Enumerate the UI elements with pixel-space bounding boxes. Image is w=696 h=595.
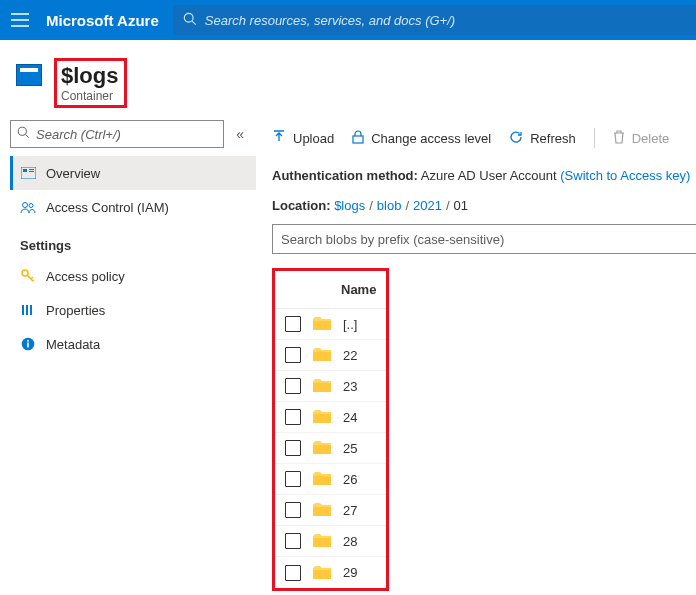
sidebar-item-label: Metadata: [46, 337, 100, 352]
breadcrumb-item[interactable]: $logs: [334, 198, 365, 213]
svg-point-0: [184, 13, 193, 22]
row-name: 27: [343, 503, 369, 518]
row-checkbox[interactable]: [285, 316, 301, 332]
table-row[interactable]: 28: [275, 526, 386, 557]
toolbar-divider: [594, 128, 595, 148]
row-name: 29: [343, 565, 369, 580]
svg-point-1: [18, 127, 26, 135]
toolbar-label: Refresh: [530, 131, 576, 146]
svg-point-6: [23, 202, 28, 207]
auth-method-row: Authentication method: Azure AD User Acc…: [272, 166, 696, 186]
breadcrumb-sep: /: [405, 198, 409, 213]
people-icon: [20, 201, 36, 214]
blob-search-input[interactable]: [281, 232, 688, 247]
row-name: 25: [343, 441, 369, 456]
breadcrumb-sep: /: [446, 198, 450, 213]
breadcrumb-item[interactable]: 2021: [413, 198, 442, 213]
toolbar-label: Delete: [632, 131, 670, 146]
folder-icon: [313, 472, 331, 486]
folder-icon: [313, 503, 331, 517]
page-subtitle: Container: [61, 89, 118, 103]
sidebar-item-access-policy[interactable]: Access policy: [10, 259, 256, 293]
toolbar-label: Change access level: [371, 131, 491, 146]
row-checkbox[interactable]: [285, 533, 301, 549]
row-name: [..]: [343, 317, 369, 332]
global-search-input[interactable]: [205, 13, 686, 28]
row-checkbox[interactable]: [285, 409, 301, 425]
row-checkbox[interactable]: [285, 565, 301, 581]
search-icon: [17, 126, 30, 142]
folder-icon: [313, 410, 331, 424]
search-icon: [183, 12, 197, 29]
svg-rect-3: [23, 169, 27, 172]
blob-search[interactable]: [272, 224, 696, 254]
svg-rect-12: [353, 136, 363, 143]
svg-point-7: [29, 203, 33, 207]
change-access-button[interactable]: Change access level: [352, 130, 491, 147]
refresh-icon: [509, 130, 523, 147]
folder-icon: [313, 566, 331, 580]
table-row[interactable]: 25: [275, 433, 386, 464]
toolbar-label: Upload: [293, 131, 334, 146]
sidebar-search[interactable]: [10, 120, 224, 148]
row-name: 22: [343, 348, 369, 363]
table-row[interactable]: 24: [275, 402, 386, 433]
sidebar-item-label: Properties: [46, 303, 105, 318]
folder-icon: [313, 534, 331, 548]
toolbar: Upload Change access level Refresh Delet: [272, 120, 696, 156]
hamburger-menu-icon[interactable]: [8, 8, 32, 32]
page-title: $logs: [61, 63, 118, 89]
table-row[interactable]: 23: [275, 371, 386, 402]
folder-icon: [313, 379, 331, 393]
location-label: Location:: [272, 198, 331, 213]
upload-icon: [272, 130, 286, 147]
row-name: 26: [343, 472, 369, 487]
breadcrumb-item[interactable]: blob: [377, 198, 402, 213]
row-name: 24: [343, 410, 369, 425]
svg-rect-10: [27, 343, 29, 348]
brand-label: Microsoft Azure: [46, 12, 159, 29]
breadcrumb-current: 01: [454, 198, 468, 213]
upload-button[interactable]: Upload: [272, 130, 334, 147]
lock-icon: [352, 130, 364, 147]
sidebar-search-input[interactable]: [36, 127, 217, 142]
row-name: 28: [343, 534, 369, 549]
table-row[interactable]: [..]: [275, 309, 386, 340]
table-row[interactable]: 29: [275, 557, 386, 588]
refresh-button[interactable]: Refresh: [509, 130, 576, 147]
trash-icon: [613, 130, 625, 147]
sidebar-item-label: Access policy: [46, 269, 125, 284]
key-icon: [20, 269, 36, 283]
properties-icon: [20, 303, 36, 317]
svg-rect-4: [29, 169, 34, 170]
location-row: Location: $logs/blob/2021/01: [272, 196, 696, 216]
folder-icon: [313, 317, 331, 331]
row-checkbox[interactable]: [285, 440, 301, 456]
sidebar-item-metadata[interactable]: Metadata: [10, 327, 256, 361]
main-content: Upload Change access level Refresh Delet: [256, 114, 696, 591]
breadcrumb-sep: /: [369, 198, 373, 213]
sidebar-item-access-control[interactable]: Access Control (IAM): [10, 190, 256, 224]
svg-rect-2: [21, 167, 36, 179]
switch-access-key-link[interactable]: (Switch to Access key): [560, 168, 690, 183]
sidebar-item-properties[interactable]: Properties: [10, 293, 256, 327]
collapse-sidebar-button[interactable]: «: [232, 122, 248, 146]
overview-icon: [20, 167, 36, 179]
row-checkbox[interactable]: [285, 347, 301, 363]
row-checkbox[interactable]: [285, 502, 301, 518]
col-name-header[interactable]: Name: [315, 282, 376, 297]
table-row[interactable]: 26: [275, 464, 386, 495]
sidebar-item-overview[interactable]: Overview: [10, 156, 256, 190]
info-icon: [20, 337, 36, 351]
svg-rect-11: [27, 340, 29, 342]
blob-table-highlight: Name [..]2223242526272829: [272, 268, 389, 591]
sidebar: « Overview Access Control (IAM) Settings…: [0, 114, 256, 591]
sidebar-group-settings: Settings: [10, 224, 256, 259]
svg-rect-5: [29, 171, 34, 172]
table-row[interactable]: 27: [275, 495, 386, 526]
row-checkbox[interactable]: [285, 378, 301, 394]
global-search[interactable]: [173, 5, 696, 35]
delete-button: Delete: [613, 130, 670, 147]
table-row[interactable]: 22: [275, 340, 386, 371]
row-checkbox[interactable]: [285, 471, 301, 487]
